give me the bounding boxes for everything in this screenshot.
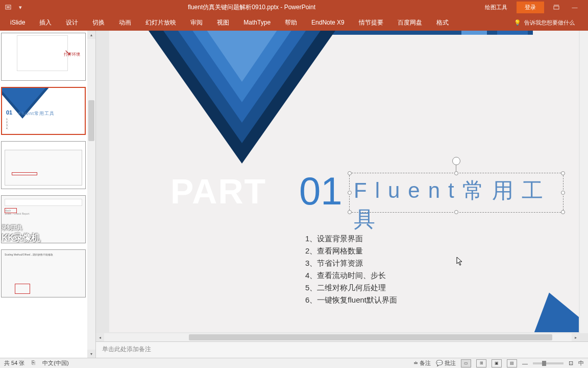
list-item: 1、设置背景界面	[305, 233, 397, 245]
minimize-icon[interactable]: —	[566, 0, 584, 14]
thumbnail-slide[interactable]	[1, 141, 86, 189]
notes-button[interactable]: ≐ 备注	[413, 359, 431, 367]
ribbon-tabs: iSlide 插入 设计 切换 动画 幻灯片放映 审阅 视图 MathType …	[0, 14, 588, 31]
thumbnail-slide[interactable]: Scaling Method/Offset/...期间参数不能修改	[1, 249, 86, 297]
slide-scrollbar-vertical[interactable]	[580, 31, 588, 333]
tell-me-label: 告诉我您想要做什么	[524, 19, 575, 27]
thumb-list: 1、2、3、4、	[6, 118, 10, 130]
scroll-handle[interactable]	[88, 100, 94, 141]
tab-animation[interactable]: 动画	[112, 15, 138, 30]
list-item: 3、节省计算资源	[305, 257, 397, 269]
slide-content-list[interactable]: 1、设置背景界面 2、查看网格数量 3、节省计算资源 4、查看流动时间、步长 5…	[305, 233, 397, 306]
resize-handle[interactable]	[454, 210, 458, 214]
scroll-left-icon[interactable]: ◂	[96, 333, 104, 341]
slide-number[interactable]: 01	[299, 169, 342, 213]
status-bar: 共 54 张 ⎘ 中文(中国) ≐ 备注 💬 批注 ▭ ⊞ ▣ ▤ — ⊡ 中	[0, 358, 588, 368]
scroll-down-icon[interactable]: ▾	[87, 350, 95, 358]
slide-part-label[interactable]: PART	[170, 171, 266, 211]
tab-endnote[interactable]: EndNote X9	[304, 16, 352, 29]
scroll-up-icon[interactable]: ▴	[87, 31, 95, 39]
slide[interactable]: PART 01 Fluent常用工具 1、设置背景界面	[109, 31, 579, 332]
list-item: 2、查看网格数量	[305, 245, 397, 257]
resize-handle[interactable]	[348, 210, 352, 214]
zoom-handle[interactable]	[542, 361, 546, 366]
tab-view[interactable]: 视图	[210, 15, 236, 30]
accessibility-icon[interactable]: ⎘	[32, 359, 35, 367]
resize-handle[interactable]	[454, 171, 458, 175]
thumb-num: 01	[6, 109, 12, 116]
slide-title[interactable]: Fluent常用工具	[350, 173, 563, 237]
notes-pane[interactable]: 单击此处添加备注	[96, 341, 588, 358]
zoom-out-button[interactable]: —	[522, 360, 528, 366]
login-button[interactable]: 登录	[517, 2, 544, 13]
slide-scrollbar-horizontal[interactable]: ◂ ▸	[96, 333, 580, 341]
notes-placeholder: 单击此处添加备注	[102, 346, 151, 353]
decoration-bar	[497, 31, 528, 35]
rotate-handle[interactable]	[452, 157, 460, 165]
slide-canvas[interactable]: PART 01 Fluent常用工具 1、设置背景界面	[96, 31, 588, 341]
tab-outline[interactable]: 情节提要	[352, 15, 390, 30]
list-item: 4、查看流动时间、步长	[305, 269, 397, 282]
thumbnail-slide[interactable]: ↘ 打开环境	[1, 33, 86, 81]
svg-rect-1	[7, 6, 10, 8]
slide-count[interactable]: 共 54 张	[4, 359, 24, 367]
tab-slideshow[interactable]: 幻灯片放映	[138, 15, 183, 30]
list-item: 5、二维对称几何后处理	[305, 282, 397, 294]
tab-transition[interactable]: 切换	[85, 15, 112, 30]
list-item: 6、一键恢复fluent默认界面	[305, 294, 397, 306]
thumbnail-slide-current[interactable]: 01 Fluent常用工具 1、2、3、4、	[1, 87, 86, 135]
app-icon	[4, 3, 12, 11]
language-status[interactable]: 中文(中国)	[42, 359, 68, 367]
resize-handle[interactable]	[348, 191, 352, 195]
textbox-selected[interactable]: Fluent常用工具	[349, 173, 564, 213]
thumb-annotation: 打开环境	[64, 52, 80, 57]
qat-dropdown-icon[interactable]: ▾	[16, 3, 24, 11]
resize-handle[interactable]	[561, 191, 565, 195]
zoom-slider[interactable]	[533, 362, 564, 364]
tab-baidu[interactable]: 百度网盘	[390, 15, 429, 30]
resize-handle[interactable]	[561, 210, 565, 214]
decoration-triangle	[500, 280, 579, 332]
resize-handle[interactable]	[561, 171, 565, 175]
scroll-right-icon[interactable]: ▸	[572, 333, 580, 341]
fit-button[interactable]: ⊡	[569, 360, 573, 366]
context-tool-label[interactable]: 绘图工具	[479, 2, 513, 13]
decoration-bar	[461, 31, 487, 35]
thumbnail-slide[interactable]: MeshScale... Check Report 录制工具 KK录像机	[1, 195, 86, 243]
tab-format[interactable]: 格式	[429, 15, 456, 30]
tell-me-search[interactable]: 💡 告诉我您想要做什么	[514, 19, 585, 27]
normal-view-button[interactable]: ▭	[461, 359, 471, 367]
tab-islide[interactable]: iSlide	[3, 16, 32, 29]
sorter-view-button[interactable]: ⊞	[476, 359, 486, 367]
window-title: fluent仿真关键问题解析0910.pptx - PowerPoint	[24, 3, 479, 12]
thumbnail-panel: ↘ 打开环境 01 Fluent常用工具 1、2、3、4、	[0, 31, 96, 358]
tab-insert[interactable]: 插入	[32, 15, 59, 30]
thumbnail-scrollbar[interactable]: ▴ ▾	[87, 31, 95, 358]
cursor-icon	[456, 257, 463, 267]
ribbon-options-icon[interactable]	[547, 0, 566, 14]
tab-mathtype[interactable]: MathType	[236, 16, 278, 29]
tab-help[interactable]: 帮助	[278, 15, 304, 30]
scroll-handle[interactable]	[189, 334, 552, 340]
reading-view-button[interactable]: ▣	[492, 359, 502, 367]
titlebar: ▾ fluent仿真关键问题解析0910.pptx - PowerPoint 绘…	[0, 0, 588, 14]
slideshow-view-button[interactable]: ▤	[507, 359, 517, 367]
ime-indicator[interactable]: 中	[578, 359, 584, 367]
comments-button[interactable]: 💬 批注	[436, 359, 456, 367]
watermark: 录制工具 KK录像机	[2, 224, 40, 243]
tab-design[interactable]: 设计	[59, 15, 85, 30]
resize-handle[interactable]	[348, 171, 352, 175]
tab-review[interactable]: 审阅	[183, 15, 210, 30]
thumb-title: Fluent常用工具	[18, 110, 55, 117]
lightbulb-icon: 💡	[514, 19, 521, 26]
svg-rect-2	[554, 6, 559, 9]
